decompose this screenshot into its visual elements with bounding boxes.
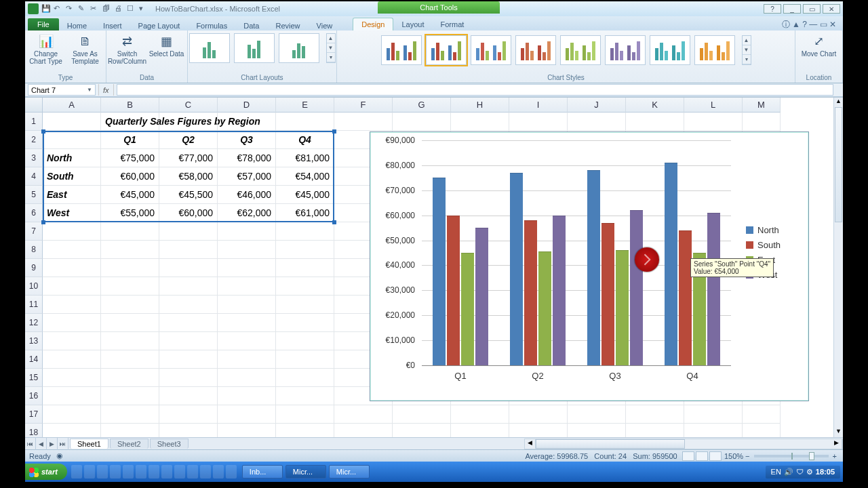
cell[interactable] bbox=[101, 222, 159, 241]
view-page-break-button[interactable] bbox=[709, 451, 722, 461]
bar-east[interactable] bbox=[461, 253, 474, 365]
cell[interactable]: €60,000 bbox=[159, 204, 218, 222]
view-normal-button[interactable] bbox=[682, 451, 694, 461]
cell[interactable] bbox=[43, 369, 101, 387]
cell[interactable] bbox=[568, 405, 626, 424]
cell[interactable] bbox=[218, 113, 276, 131]
cell[interactable] bbox=[334, 424, 393, 437]
zoom-in-button[interactable]: + bbox=[833, 452, 839, 460]
cell[interactable]: Q2 bbox=[159, 131, 218, 149]
horizontal-scrollbar[interactable]: ◀▶ bbox=[524, 439, 843, 449]
cell[interactable] bbox=[159, 241, 218, 259]
row-header[interactable]: 8 bbox=[25, 241, 43, 259]
move-chart-button[interactable]: ⤢ Move Chart bbox=[802, 32, 837, 58]
cell[interactable] bbox=[218, 387, 276, 405]
column-header[interactable]: I bbox=[509, 98, 568, 113]
chart-style-swatch[interactable] bbox=[471, 35, 511, 65]
tray-icon[interactable]: 🛡 bbox=[796, 468, 804, 476]
cell[interactable]: €45,000 bbox=[276, 186, 334, 204]
bar-west[interactable] bbox=[630, 210, 643, 365]
cell[interactable] bbox=[218, 259, 276, 277]
column-header[interactable]: J bbox=[568, 98, 626, 113]
row-header[interactable]: 3 bbox=[25, 149, 43, 167]
chart-style-swatch[interactable] bbox=[650, 35, 690, 65]
row-header[interactable]: 7 bbox=[25, 222, 43, 241]
sheet-tab-active[interactable]: Sheet1 bbox=[70, 439, 108, 449]
cell[interactable] bbox=[626, 113, 684, 131]
bar-south[interactable] bbox=[447, 216, 460, 365]
cell[interactable] bbox=[218, 296, 276, 314]
sheet-tab[interactable]: Sheet3 bbox=[150, 439, 189, 449]
cell[interactable] bbox=[101, 405, 159, 424]
row-header[interactable]: 4 bbox=[25, 167, 43, 186]
cell[interactable] bbox=[276, 314, 334, 332]
cell[interactable] bbox=[159, 259, 218, 277]
row-header[interactable]: 12 bbox=[25, 314, 43, 332]
chart-layout-swatch[interactable] bbox=[234, 33, 275, 63]
cell[interactable]: Q3 bbox=[218, 131, 276, 149]
cell[interactable] bbox=[43, 387, 101, 405]
ribbon-help-area[interactable]: ⓘ ▲ ? — ▭ ✕ bbox=[782, 19, 843, 30]
cell[interactable] bbox=[684, 113, 743, 131]
legend-item[interactable]: South bbox=[746, 240, 800, 250]
cell[interactable] bbox=[159, 277, 218, 296]
cell[interactable] bbox=[276, 350, 334, 369]
cell[interactable] bbox=[101, 241, 159, 259]
tab-format[interactable]: Format bbox=[432, 18, 472, 30]
select-data-button[interactable]: ▦ Select Data bbox=[149, 32, 184, 58]
quick-launch[interactable] bbox=[71, 465, 237, 479]
cell[interactable] bbox=[159, 387, 218, 405]
chart-layout-swatch[interactable] bbox=[189, 33, 230, 63]
row-header[interactable]: 13 bbox=[25, 332, 43, 350]
minimize-button[interactable]: _ bbox=[783, 4, 801, 14]
taskbar-task[interactable]: Inb... bbox=[242, 465, 283, 479]
cell[interactable] bbox=[159, 369, 218, 387]
cell[interactable] bbox=[276, 424, 334, 437]
maximize-button[interactable]: ▭ bbox=[803, 4, 821, 14]
qat-icon[interactable]: ✂ bbox=[90, 4, 100, 14]
selection-handle[interactable] bbox=[41, 129, 45, 134]
cell[interactable]: West bbox=[43, 204, 101, 222]
cell[interactable]: €61,000 bbox=[276, 204, 334, 222]
cell[interactable] bbox=[159, 405, 218, 424]
row-header[interactable]: 18 bbox=[25, 424, 43, 437]
legend-item[interactable]: North bbox=[746, 225, 800, 235]
chart-style-swatch[interactable] bbox=[694, 35, 735, 65]
cell[interactable] bbox=[276, 332, 334, 350]
column-headers[interactable]: ABCDEFGHIJKLM bbox=[43, 98, 781, 113]
row-header[interactable]: 11 bbox=[25, 296, 43, 314]
cell[interactable] bbox=[451, 405, 509, 424]
cell[interactable] bbox=[159, 222, 218, 241]
view-page-layout-button[interactable] bbox=[696, 451, 708, 461]
cell[interactable] bbox=[393, 424, 451, 437]
cell[interactable] bbox=[218, 277, 276, 296]
cell[interactable]: Q4 bbox=[276, 131, 334, 149]
selection-handle[interactable] bbox=[332, 220, 336, 224]
chart-style-swatch[interactable] bbox=[605, 35, 646, 65]
save-icon[interactable]: 💾 bbox=[41, 4, 51, 14]
cell[interactable] bbox=[43, 296, 101, 314]
row-header[interactable]: 15 bbox=[25, 369, 43, 387]
bar-south[interactable] bbox=[601, 223, 614, 365]
cell[interactable] bbox=[218, 405, 276, 424]
row-header[interactable]: 16 bbox=[25, 387, 43, 405]
cell[interactable] bbox=[218, 332, 276, 350]
cell[interactable] bbox=[451, 424, 509, 437]
cell[interactable] bbox=[276, 277, 334, 296]
cell[interactable] bbox=[43, 131, 101, 149]
cell[interactable] bbox=[101, 332, 159, 350]
chart-style-swatch[interactable] bbox=[381, 35, 422, 65]
column-header[interactable]: F bbox=[334, 98, 393, 113]
column-header[interactable]: K bbox=[626, 98, 684, 113]
vertical-scrollbar[interactable]: ▲▼ bbox=[833, 98, 843, 437]
cell[interactable] bbox=[568, 113, 626, 131]
cell[interactable]: €46,000 bbox=[218, 186, 276, 204]
zoom-out-button[interactable]: − bbox=[743, 452, 749, 460]
bar-west[interactable] bbox=[475, 228, 488, 365]
cell[interactable] bbox=[159, 296, 218, 314]
row-header[interactable]: 9 bbox=[25, 259, 43, 277]
style-gallery-scroll[interactable]: ▲▼▾ bbox=[742, 35, 751, 65]
taskbar-task[interactable]: Micr... bbox=[285, 465, 326, 479]
tab-layout[interactable]: Layout bbox=[393, 18, 432, 30]
layout-gallery-scroll[interactable]: ▲▼▾ bbox=[326, 33, 336, 63]
